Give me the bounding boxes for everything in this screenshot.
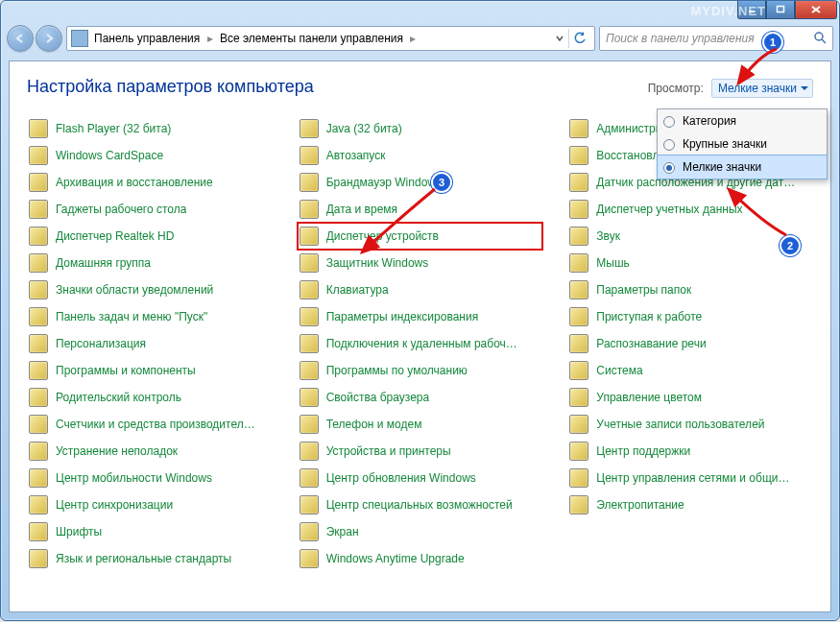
cp-item-cardspace[interactable]: Windows CardSpace [27, 142, 273, 169]
crumb-2[interactable]: Все элементы панели управления [220, 32, 403, 45]
crumb-1[interactable]: Панель управления [94, 32, 200, 45]
svg-line-5 [822, 39, 826, 43]
maximize-button[interactable] [766, 1, 795, 19]
cp-item-folder[interactable]: Параметры папок [567, 276, 813, 303]
app-icon [29, 549, 48, 568]
app-icon [29, 522, 48, 541]
cp-item-programs[interactable]: Программы и компоненты [27, 357, 273, 384]
cp-item-taskbar[interactable]: Панель задач и меню "Пуск" [27, 303, 273, 330]
cp-item-sync[interactable]: Центр синхронизации [27, 491, 273, 518]
minimize-button[interactable] [737, 1, 766, 19]
search-input[interactable]: Поиск в панели управления [599, 26, 833, 51]
app-icon [569, 334, 588, 353]
view-menu-large[interactable]: Крупные значки [658, 132, 827, 156]
cp-item-devprinters[interactable]: Устройства и принтеры [298, 438, 543, 465]
control-panel-window: MYDIV.NET Панель упра [0, 0, 840, 621]
app-icon [300, 146, 319, 165]
search-placeholder: Поиск в панели управления [606, 32, 755, 45]
app-icon [569, 253, 588, 273]
cp-item-speech[interactable]: Распознавание речи [567, 330, 813, 357]
control-panel-icon [71, 30, 88, 47]
forward-button[interactable] [36, 25, 62, 52]
cp-item-network[interactable]: Центр управления сетями и общи… [567, 465, 813, 491]
cp-item-parental[interactable]: Родительский контроль [27, 384, 273, 411]
app-icon [300, 415, 319, 434]
cp-item-device-manager[interactable]: Диспетчер устройств [298, 223, 543, 250]
cp-item-users[interactable]: Учетные записи пользователей [567, 411, 813, 438]
app-icon [29, 307, 48, 326]
search-icon [813, 31, 827, 47]
app-icon [29, 119, 48, 138]
cp-item-internet[interactable]: Свойства браузера [298, 384, 543, 411]
app-icon [300, 522, 319, 541]
app-icon [569, 388, 588, 407]
cp-item-indexing[interactable]: Параметры индексирования [298, 303, 543, 330]
app-icon [29, 415, 48, 434]
cp-item-tray-icons[interactable]: Значки области уведомлений [27, 276, 273, 303]
cp-item-troubleshoot[interactable]: Устранение неполадок [27, 438, 273, 465]
cp-item-defender[interactable]: Защитник Windows [298, 250, 543, 276]
cp-item-backup[interactable]: Архивация и восстановление [27, 169, 273, 196]
view-menu-small[interactable]: Мелкие значки [657, 155, 828, 179]
cp-item-keyboard[interactable]: Клавиатура [298, 276, 543, 303]
address-bar[interactable]: Панель управления ▸ Все элементы панели … [66, 26, 595, 51]
cp-item-datetime[interactable]: Дата и время [298, 196, 543, 223]
app-icon [29, 334, 48, 353]
cp-item-credential[interactable]: Диспетчер учетных данных [567, 196, 813, 223]
cp-item-personalization[interactable]: Персонализация [27, 330, 273, 357]
cp-item-getting-started[interactable]: Приступая к работе [567, 303, 813, 330]
view-menu-category[interactable]: Категория [658, 109, 827, 132]
cp-item-action[interactable]: Центр поддержки [567, 438, 813, 465]
app-icon [300, 549, 319, 568]
cp-item-rdp[interactable]: Подключения к удаленным рабоч… [298, 330, 543, 357]
cp-item-mobility[interactable]: Центр мобильности Windows [27, 465, 273, 491]
app-icon [300, 334, 319, 353]
cp-item-sound[interactable]: Звук [567, 223, 813, 250]
cp-item-fonts[interactable]: Шрифты [27, 518, 273, 545]
app-icon [569, 200, 588, 219]
cp-item-homegroup[interactable]: Домашняя группа [27, 250, 273, 276]
back-button[interactable] [7, 25, 34, 52]
cp-item-system[interactable]: Система [567, 357, 813, 384]
view-select[interactable]: Мелкие значки [711, 79, 813, 98]
svg-point-4 [815, 33, 823, 40]
app-icon [569, 146, 588, 165]
crumb-sep-1[interactable]: ▸ [207, 32, 213, 45]
cp-item-easeaccess[interactable]: Центр специальных возможностей [298, 491, 543, 518]
address-dropdown[interactable] [553, 30, 566, 47]
cp-item-realtek[interactable]: Диспетчер Realtek HD [27, 223, 273, 250]
app-icon [569, 495, 588, 514]
cp-item-mouse[interactable]: Мышь [567, 250, 813, 276]
crumb-sep-2[interactable]: ▸ [410, 32, 416, 45]
cp-item-update[interactable]: Центр обновления Windows [298, 465, 543, 491]
app-icon [29, 146, 48, 165]
app-icon [569, 173, 588, 192]
view-menu: Категория Крупные значки Мелкие значки [657, 108, 828, 179]
cp-item-anytime[interactable]: Windows Anytime Upgrade [298, 545, 543, 572]
app-icon [29, 388, 48, 407]
cp-item-display[interactable]: Экран [298, 518, 543, 545]
refresh-button[interactable] [568, 29, 590, 48]
app-icon [569, 227, 588, 246]
cp-item-autoplay[interactable]: Автозапуск [298, 142, 543, 169]
app-icon [29, 280, 48, 299]
breadcrumb[interactable]: Панель управления ▸ Все элементы панели … [94, 32, 420, 45]
app-icon [300, 253, 319, 273]
app-icon [300, 173, 319, 192]
cp-item-java[interactable]: Java (32 бита) [298, 115, 543, 142]
cp-item-defaults[interactable]: Программы по умолчанию [298, 357, 543, 384]
cp-item-color[interactable]: Управление цветом [567, 384, 813, 411]
cp-item-power[interactable]: Электропитание [567, 491, 813, 518]
app-icon [300, 468, 319, 488]
cp-item-region[interactable]: Язык и региональные стандарты [27, 545, 273, 572]
view-selected: Мелкие значки [718, 82, 797, 95]
cp-item-firewall[interactable]: Брандмауэр Windows [298, 169, 543, 196]
app-icon [569, 307, 588, 326]
close-button[interactable] [795, 1, 837, 19]
svg-rect-1 [778, 7, 784, 12]
cp-item-gadgets[interactable]: Гаджеты рабочего стола [27, 196, 273, 223]
app-icon [569, 361, 588, 380]
cp-item-phone[interactable]: Телефон и модем [298, 411, 543, 438]
cp-item-flash-player[interactable]: Flash Player (32 бита) [27, 115, 273, 142]
cp-item-perf[interactable]: Счетчики и средства производител… [27, 411, 273, 438]
